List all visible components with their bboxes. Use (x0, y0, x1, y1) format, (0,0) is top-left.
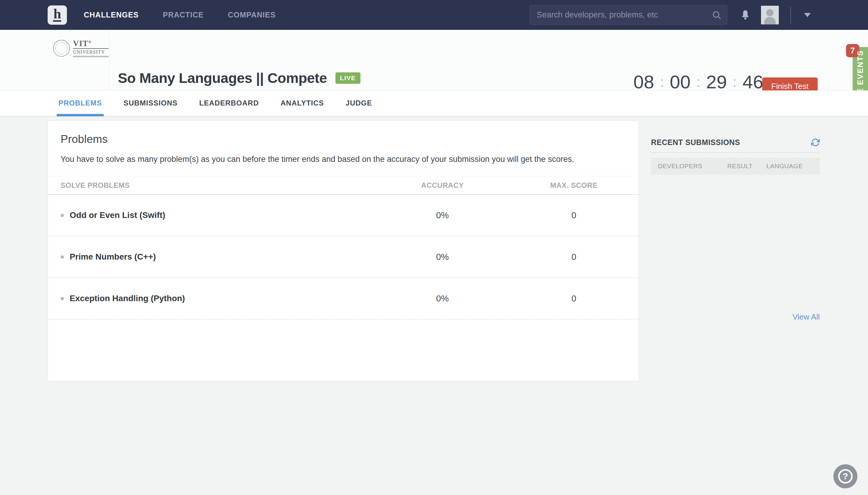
dashed-divider (651, 152, 820, 153)
problem-max-score: 0 (521, 294, 627, 304)
search-input[interactable] (530, 5, 727, 25)
column-header-result: RESULT (727, 163, 766, 170)
problem-accuracy: 0% (364, 294, 521, 304)
brand-underline (53, 20, 61, 22)
challenge-header: VIT® UNIVERSITY So Many Languages || Com… (0, 30, 868, 90)
timer-separator: : (656, 73, 668, 89)
table-row[interactable]: Exception Handling (Python) 0% 0 (48, 278, 639, 320)
column-header-language: LANGUAGE (766, 163, 820, 170)
organizer-logo-section: VIT® UNIVERSITY (0, 30, 109, 90)
problem-max-score: 0 (521, 210, 627, 220)
column-header-accuracy: ACCURACY (364, 181, 521, 190)
notifications-bell-icon[interactable] (741, 10, 750, 20)
problem-status-dot (60, 255, 64, 259)
column-header-max-score: MAX. SCORE (521, 181, 627, 190)
column-header-developers: DEVELOPERS (658, 163, 727, 170)
problem-max-score: 0 (521, 252, 627, 262)
problems-panel: Problems You have to solve as many probl… (48, 121, 639, 381)
tab-submissions[interactable]: SUBMISSIONS (122, 90, 179, 116)
account-menu-caret-icon[interactable] (804, 13, 811, 17)
problem-link[interactable]: Odd or Even List (Swift) (70, 210, 165, 220)
problem-accuracy: 0% (364, 252, 521, 262)
problem-status-dot (60, 214, 64, 217)
brand-h-glyph: h (53, 7, 61, 21)
nav-item-companies[interactable]: COMPANIES (228, 11, 276, 19)
tab-problems[interactable]: PROBLEMS (57, 90, 104, 116)
tab-analytics[interactable]: ANALYTICS (279, 90, 326, 116)
problem-link[interactable]: Prime Numbers (C++) (70, 252, 156, 262)
tab-judge[interactable]: JUDGE (344, 90, 374, 116)
problem-link[interactable]: Exception Handling (Python) (70, 294, 185, 303)
nav-item-practice[interactable]: PRACTICE (163, 11, 204, 19)
recent-submissions-title: RECENT SUBMISSIONS (651, 138, 740, 147)
university-seal-icon (53, 40, 70, 57)
search-box (530, 5, 727, 25)
problems-panel-description: You have to solve as many problem(s) as … (60, 153, 603, 165)
org-name-long: UNIVERSITY (73, 48, 108, 55)
timer-separator: : (729, 73, 741, 89)
organizer-logo: VIT® UNIVERSITY (53, 39, 108, 57)
table-row[interactable]: Odd or Even List (Swift) 0% 0 (48, 195, 639, 236)
table-row[interactable]: Prime Numbers (C++) 0% 0 (48, 236, 639, 278)
brand-logo[interactable]: h (48, 5, 67, 25)
challenge-tabs: PROBLEMS SUBMISSIONS LEADERBOARD ANALYTI… (0, 90, 868, 116)
timer-separator: : (692, 73, 705, 89)
question-mark-icon: ? (838, 469, 853, 483)
problem-status-dot (60, 297, 64, 300)
org-tagline-rule (73, 56, 108, 57)
column-header-solve-problems: SOLVE PROBLEMS (60, 181, 364, 190)
problem-accuracy: 0% (364, 210, 521, 220)
top-nav: h CHALLENGES PRACTICE COMPANIES (0, 0, 868, 30)
recent-submissions-panel: RECENT SUBMISSIONS DEVELOPERS RESULT LAN… (651, 138, 820, 174)
recent-submissions-header: DEVELOPERS RESULT LANGUAGE (651, 158, 820, 174)
nav-item-challenges[interactable]: CHALLENGES (84, 11, 139, 19)
help-button[interactable]: ? (833, 464, 857, 488)
search-icon[interactable] (712, 10, 722, 21)
nav-divider (790, 7, 791, 23)
problems-panel-title: Problems (60, 133, 639, 146)
tab-leaderboard[interactable]: LEADERBOARD (197, 90, 261, 116)
live-status-badge: LIVE (335, 72, 361, 84)
problems-table-header: SOLVE PROBLEMS ACCURACY MAX. SCORE (48, 176, 639, 195)
challenge-title: So Many Languages || Compete (118, 70, 327, 86)
org-name-short: VIT® (73, 39, 92, 48)
view-all-link[interactable]: View All (651, 312, 820, 322)
refresh-icon[interactable] (811, 138, 820, 147)
user-avatar[interactable] (761, 6, 779, 24)
nav-items: CHALLENGES PRACTICE COMPANIES (84, 11, 300, 19)
problems-table: SOLVE PROBLEMS ACCURACY MAX. SCORE Odd o… (48, 176, 639, 320)
